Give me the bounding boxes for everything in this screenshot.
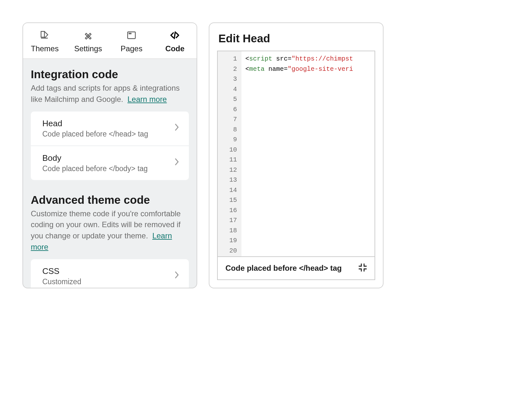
item-css-title: CSS bbox=[42, 266, 81, 276]
editor-header: Edit Head bbox=[209, 23, 383, 51]
code-lines[interactable]: <script src="https://chimpst<meta name="… bbox=[241, 51, 375, 256]
svg-point-3 bbox=[131, 33, 131, 34]
right-panel: Edit Head 123456789101112131415161718192… bbox=[209, 22, 384, 288]
tab-settings[interactable]: Settings bbox=[66, 23, 110, 58]
integration-desc: Add tags and scripts for apps & integrat… bbox=[31, 83, 189, 105]
code-area[interactable]: 1234567891011121314151617181920 <script … bbox=[218, 51, 375, 256]
collapse-icon[interactable] bbox=[357, 262, 368, 274]
tab-pages-label: Pages bbox=[121, 44, 142, 53]
tab-themes[interactable]: Themes bbox=[23, 23, 66, 58]
integration-learn-more-link[interactable]: Learn more bbox=[127, 95, 167, 103]
chevron-right-icon bbox=[174, 123, 179, 134]
line-number-gutter: 1234567891011121314151617181920 bbox=[218, 51, 241, 256]
advanced-title: Advanced theme code bbox=[31, 194, 189, 206]
svg-point-2 bbox=[129, 33, 130, 34]
editor-footer: Code placed before </head> tag bbox=[218, 256, 375, 279]
editor-title: Edit Head bbox=[218, 32, 374, 45]
tab-settings-label: Settings bbox=[74, 44, 102, 53]
svg-line-4 bbox=[174, 32, 175, 39]
item-css-sub: Customized bbox=[42, 277, 81, 286]
advanced-desc: Customize theme code if you're comfortab… bbox=[31, 208, 189, 253]
item-css[interactable]: CSS Customized bbox=[31, 259, 189, 288]
item-head-title: Head bbox=[42, 119, 148, 128]
integration-title: Integration code bbox=[31, 68, 189, 81]
editor-footer-text: Code placed before </head> tag bbox=[225, 264, 342, 273]
svg-rect-0 bbox=[41, 31, 45, 37]
left-content: Integration code Add tags and scripts fo… bbox=[23, 59, 197, 288]
advanced-list: CSS Customized bbox=[31, 259, 189, 288]
item-head-sub: Code placed before </head> tag bbox=[42, 130, 148, 138]
item-head[interactable]: Head Code placed before </head> tag bbox=[31, 112, 189, 145]
svg-rect-1 bbox=[128, 32, 135, 39]
item-body-sub: Code placed before </body> tag bbox=[42, 164, 148, 173]
tools-icon bbox=[82, 29, 94, 41]
tab-code[interactable]: Code bbox=[153, 23, 197, 58]
code-editor: 1234567891011121314151617181920 <script … bbox=[217, 51, 375, 280]
chevron-right-icon bbox=[174, 158, 179, 168]
code-icon bbox=[169, 29, 181, 41]
left-panel: Themes Settings Pages bbox=[22, 22, 197, 288]
tab-code-label: Code bbox=[165, 44, 184, 53]
tab-themes-label: Themes bbox=[31, 44, 59, 53]
tab-bar: Themes Settings Pages bbox=[23, 23, 197, 59]
item-body[interactable]: Body Code placed before </body> tag bbox=[31, 145, 189, 180]
item-body-title: Body bbox=[42, 153, 148, 163]
tab-pages[interactable]: Pages bbox=[110, 23, 153, 58]
themes-icon bbox=[39, 29, 51, 41]
chevron-right-icon bbox=[174, 271, 179, 281]
integration-list: Head Code placed before </head> tag Body… bbox=[31, 112, 189, 180]
pages-icon bbox=[126, 29, 137, 41]
